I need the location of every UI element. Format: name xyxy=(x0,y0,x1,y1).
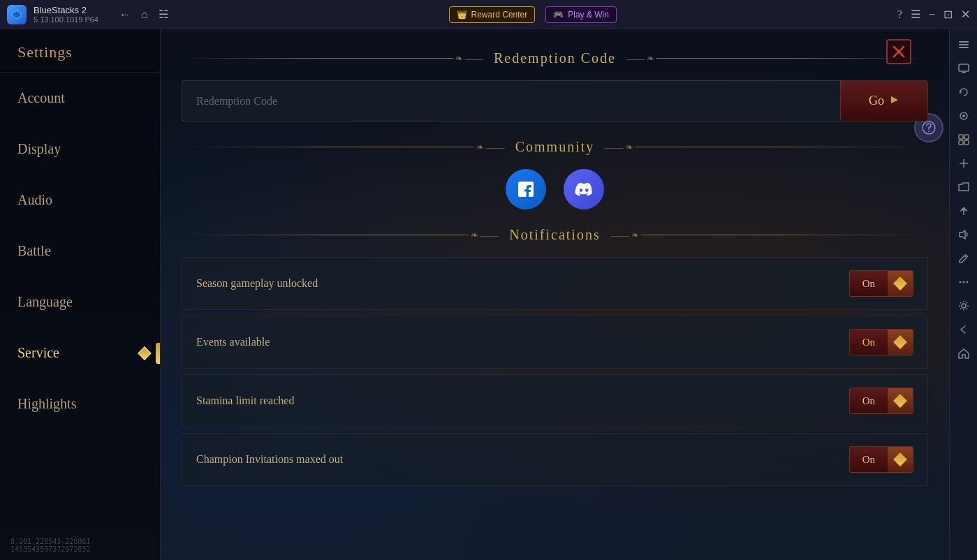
stamina-toggle-diamond-icon xyxy=(888,388,913,413)
notification-champion-row: Champion Invitations maxed out On xyxy=(182,433,928,486)
close-button[interactable] xyxy=(883,36,914,67)
sidebar-rotate-icon[interactable] xyxy=(954,82,974,102)
diamond-shape xyxy=(893,277,907,290)
topbar-left: BlueStacks 2 5.13.100.1019 P64 ← ⌂ ☵ xyxy=(7,5,168,24)
nav-copy-icon[interactable]: ☵ xyxy=(159,8,168,21)
language-label: Language xyxy=(17,294,73,309)
notification-season-row: Season gameplay unlocked On xyxy=(182,257,928,310)
sidebar-folder-icon[interactable] xyxy=(954,177,974,197)
redemption-section-header: ❧ —— Redemption Code —— ❧ xyxy=(182,50,928,66)
season-toggle-diamond-icon xyxy=(888,271,913,296)
stamina-limit-label: Stamina limit reached xyxy=(196,395,294,407)
svg-rect-8 xyxy=(959,64,969,71)
play-win-label: Play & Win xyxy=(568,10,609,20)
right-sidebar xyxy=(949,29,977,560)
events-toggle-diamond-icon xyxy=(888,330,913,355)
sidebar-item-audio[interactable]: Audio xyxy=(0,175,160,226)
redemption-code-input[interactable] xyxy=(182,82,840,120)
champion-invitations-status: On xyxy=(850,448,888,471)
nav-home-icon[interactable]: ⌂ xyxy=(141,8,148,21)
svg-point-22 xyxy=(962,304,966,308)
svg-point-12 xyxy=(962,115,965,117)
sidebar-home-icon[interactable] xyxy=(954,344,974,363)
sidebar-item-language[interactable]: Language xyxy=(0,277,160,327)
svg-marker-4 xyxy=(891,96,898,103)
app-name: BlueStacks 2 xyxy=(34,5,98,15)
play-win-button[interactable]: 🎮 Play & Win xyxy=(545,6,617,23)
go-button[interactable]: Go xyxy=(840,81,927,121)
sidebar-resize-icon[interactable] xyxy=(954,154,974,173)
sidebar-edit-icon[interactable] xyxy=(954,249,974,268)
minimize-icon[interactable]: − xyxy=(929,8,935,21)
bluestacks-logo xyxy=(7,5,27,24)
sidebar-expand-icon[interactable] xyxy=(954,35,974,54)
svg-rect-5 xyxy=(959,41,969,43)
reward-center-button[interactable]: 👑 Reward Center xyxy=(449,6,536,23)
highlights-label: Highlights xyxy=(17,396,76,411)
left-deco-line: ❧ —— xyxy=(182,53,483,64)
sidebar-screen-icon[interactable] xyxy=(954,59,974,78)
svg-rect-7 xyxy=(959,47,969,48)
sidebar-item-battle[interactable]: Battle xyxy=(0,226,160,277)
svg-rect-14 xyxy=(964,135,969,139)
svg-point-21 xyxy=(966,281,968,283)
community-section-header: ❧ —— Community —— ❧ xyxy=(182,139,928,155)
display-label: Display xyxy=(17,141,61,156)
settings-footer: 0.201.228543-228801-1453543597372972032 xyxy=(0,531,160,560)
svg-rect-6 xyxy=(959,44,969,45)
notification-events-row: Events available On xyxy=(182,316,928,369)
notifications-title: Notifications xyxy=(509,227,600,243)
community-left-deco: ❧ —— xyxy=(182,142,505,153)
settings-panel: Settings Account Display Audio Battle La… xyxy=(0,29,161,560)
menu-icon[interactable]: ☰ xyxy=(911,8,920,21)
topbar-center: 👑 Reward Center 🎮 Play & Win xyxy=(449,6,617,23)
help-icon[interactable]: ? xyxy=(897,8,902,21)
stamina-limit-toggle[interactable]: On xyxy=(849,388,913,414)
notif-right-deco: —— ❧ xyxy=(611,230,928,241)
service-label: Service xyxy=(17,345,59,360)
topbar-nav: ← ⌂ ☵ xyxy=(119,8,168,21)
sidebar-item-account[interactable]: Account xyxy=(0,73,160,124)
sidebar-item-display[interactable]: Display xyxy=(0,124,160,175)
svg-point-20 xyxy=(962,281,964,283)
svg-point-19 xyxy=(959,281,961,283)
season-gameplay-status: On xyxy=(850,272,888,295)
play-icon: 🎮 xyxy=(553,10,564,20)
svg-marker-17 xyxy=(960,230,965,239)
sidebar-refresh-icon[interactable] xyxy=(954,106,974,126)
sidebar-airplane-icon[interactable] xyxy=(954,201,974,221)
go-label: Go xyxy=(869,94,884,108)
nav-back-icon[interactable]: ← xyxy=(119,8,131,21)
reward-center-label: Reward Center xyxy=(471,10,528,20)
community-right-deco: —— ❧ xyxy=(605,142,928,153)
redemption-input-container: Go xyxy=(182,80,928,121)
maximize-icon[interactable]: ⊡ xyxy=(943,8,953,21)
community-icons-container xyxy=(182,169,928,209)
facebook-button[interactable] xyxy=(506,169,546,209)
sidebar-settings-icon[interactable] xyxy=(954,296,974,316)
sidebar-more-icon[interactable] xyxy=(954,272,974,292)
window-close-icon[interactable]: ✕ xyxy=(961,8,970,21)
main-content: Settings Account Display Audio Battle La… xyxy=(0,29,977,560)
topbar: BlueStacks 2 5.13.100.1019 P64 ← ⌂ ☵ 👑 R… xyxy=(0,0,977,29)
community-title: Community xyxy=(515,139,595,155)
sidebar-grid-icon[interactable] xyxy=(954,130,974,149)
champion-invitations-toggle[interactable]: On xyxy=(849,446,913,473)
events-available-label: Events available xyxy=(196,336,270,348)
discord-button[interactable] xyxy=(564,169,604,209)
notif-left-deco: ❧ —— xyxy=(182,230,499,241)
sidebar-item-service[interactable]: Service xyxy=(0,327,160,378)
notifications-section-header: ❧ —— Notifications —— ❧ xyxy=(182,227,928,243)
go-arrow-icon xyxy=(890,95,899,108)
app-version: 5.13.100.1019 P64 xyxy=(34,15,98,24)
settings-title: Settings xyxy=(0,29,160,73)
sidebar-volume-icon[interactable] xyxy=(954,225,974,244)
svg-rect-16 xyxy=(964,140,969,145)
topbar-right: ? ☰ − ⊡ ✕ xyxy=(897,8,970,21)
events-available-toggle[interactable]: On xyxy=(849,329,913,355)
diamond-shape-4 xyxy=(893,452,907,466)
sidebar-item-highlights[interactable]: Highlights xyxy=(0,378,160,429)
season-gameplay-toggle[interactable]: On xyxy=(849,270,913,297)
sidebar-back-icon[interactable] xyxy=(954,320,974,339)
crown-icon: 👑 xyxy=(457,10,467,20)
